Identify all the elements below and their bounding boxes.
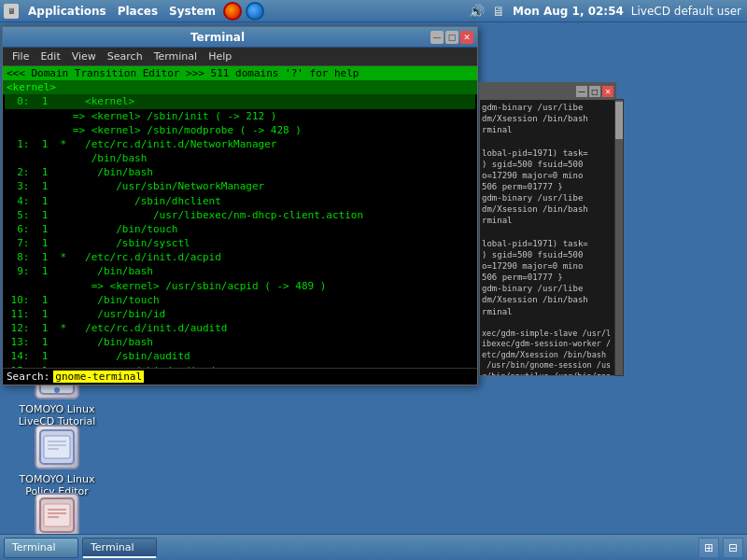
term-line-10: 7: 1 /sbin/sysctl [5, 236, 475, 250]
term-line-11: 8: 1 * /etc/rc.d/init.d/acpid [5, 250, 475, 264]
taskbar-terminal-2[interactable]: Terminal [82, 538, 157, 558]
terminal-header: <<< Domain Transition Editor >>> 511 dom… [3, 66, 477, 80]
clock: Mon Aug 1, 02:54 [513, 5, 624, 18]
search-bar: Search: gnome-terminal [3, 368, 477, 385]
svg-rect-5 [44, 436, 70, 458]
thunderbird-icon[interactable] [246, 2, 264, 21]
term-line-7: 4: 1 /sbin/dhclient [5, 194, 475, 208]
tomoyo-log-icon [35, 493, 79, 538]
terminal-title: Terminal [7, 31, 429, 44]
term-line-0: 0: 1 <kernel> [5, 94, 475, 108]
svg-point-3 [54, 387, 60, 393]
terminal-content[interactable]: <<< Domain Transition Editor >>> 511 dom… [3, 66, 477, 385]
taskbar-top: 🖥 Applications Places System 🔊 🖥 Mon Aug… [0, 0, 747, 22]
side-close-button[interactable]: ✕ [602, 86, 613, 97]
taskbar-bottom-right: ⊞ ⊟ [698, 538, 743, 558]
side-panel-titlebar: — □ ✕ [480, 83, 615, 100]
menu-help[interactable]: Help [203, 50, 237, 63]
places-menu[interactable]: Places [112, 5, 163, 18]
terminal-titlebar: Terminal — □ ✕ [3, 27, 477, 48]
term-line-9: 6: 1 /bin/touch [5, 222, 475, 236]
side-panel-content[interactable]: gdm-binary /usr/libedm/Xsession /bin/bas… [480, 100, 615, 375]
term-line-3: 1: 1 * /etc/rc.d/init.d/NetworkManager [5, 137, 475, 151]
taskbar-terminal-1-label: Terminal [12, 541, 56, 553]
terminal-menubar: File Edit View Search Terminal Help [3, 48, 477, 66]
taskbar-bottom: Terminal Terminal ⊞ ⊟ [0, 534, 747, 560]
term-line-12: 9: 1 /bin/bash [5, 264, 475, 278]
taskbar-terminal-1[interactable]: Terminal [4, 538, 78, 558]
menu-view[interactable]: View [66, 50, 102, 63]
side-scrollbar[interactable] [614, 99, 624, 376]
scrollbar-thumb[interactable] [615, 102, 623, 139]
term-line-13: => <kernel> /usr/sbin/acpid ( -> 489 ) [5, 279, 475, 293]
desktop-icon-editor[interactable]: TOMOYO LinuxPolicy Editor [15, 425, 99, 497]
sound-icon[interactable]: 🔊 [469, 4, 485, 19]
term-line-16: 12: 1 * /etc/rc.d/init.d/auditd [5, 321, 475, 335]
term-line-14: 10: 1 /bin/touch [5, 293, 475, 307]
minimize-button[interactable]: — [430, 31, 444, 44]
network-icon[interactable]: 🖥 [492, 4, 505, 19]
term-line-15: 11: 1 /usr/bin/id [5, 307, 475, 321]
log-icon-img [35, 493, 79, 538]
side-panel: — □ ✕ gdm-binary /usr/libedm/Xsession /b… [479, 82, 616, 376]
side-max-button[interactable]: □ [589, 86, 600, 97]
kernel-prompt-line: <kernel> [3, 80, 477, 94]
maximize-button[interactable]: □ [445, 31, 458, 44]
term-line-2: => <kernel> /sbin/modprobe ( -> 428 ) [5, 123, 475, 137]
tomoyo-editor-icon [35, 425, 79, 469]
close-button[interactable]: ✕ [460, 31, 473, 44]
menu-search[interactable]: Search [102, 50, 148, 63]
term-line-4: /bin/bash [5, 151, 475, 165]
taskbar-terminal-2-label: Terminal [91, 541, 134, 553]
terminal-lines: 0: 1 <kernel> => <kernel> /sbin/init ( -… [3, 94, 477, 385]
term-line-8: 5: 1 /usr/libexec/nm-dhcp-client.action [5, 208, 475, 222]
search-label: Search: [7, 371, 49, 383]
side-long-line: xec/gdm-simple-slave /usr/libexec/gdm-se… [482, 329, 613, 375]
applications-menu[interactable]: Applications [22, 5, 112, 18]
system-menu[interactable]: System [163, 5, 221, 18]
terminal-window-main: Terminal — □ ✕ File Edit View Search Ter… [2, 26, 478, 385]
side-min-button[interactable]: — [576, 86, 587, 97]
firefox-icon[interactable] [223, 2, 242, 21]
svg-rect-10 [44, 504, 70, 526]
term-line-5: 2: 1 /bin/bash [5, 165, 475, 179]
search-value[interactable]: gnome-terminal [53, 371, 144, 383]
term-line-17: 13: 1 /bin/bash [5, 335, 475, 349]
term-line-18: 14: 1 /sbin/auditd [5, 349, 475, 363]
term-line-1: => <kernel> /sbin/init ( -> 212 ) [5, 109, 475, 123]
term-line-6: 3: 1 /usr/sbin/NetworkManager [5, 179, 475, 193]
system-icon: 🖥 [2, 2, 21, 21]
side-line: gdm-binary /usr/libedm/Xsession /bin/bas… [482, 102, 613, 329]
editor-icon-img [35, 425, 79, 469]
menu-file[interactable]: File [7, 50, 35, 63]
taskbar-right: 🔊 🖥 Mon Aug 1, 02:54 LiveCD default user [469, 4, 747, 19]
user-label: LiveCD default user [631, 5, 741, 18]
bottom-sys-icon-1[interactable]: ⊞ [698, 538, 719, 558]
menu-terminal[interactable]: Terminal [148, 50, 204, 63]
menu-edit[interactable]: Edit [35, 50, 65, 63]
bottom-sys-icon-2[interactable]: ⊟ [723, 538, 743, 558]
